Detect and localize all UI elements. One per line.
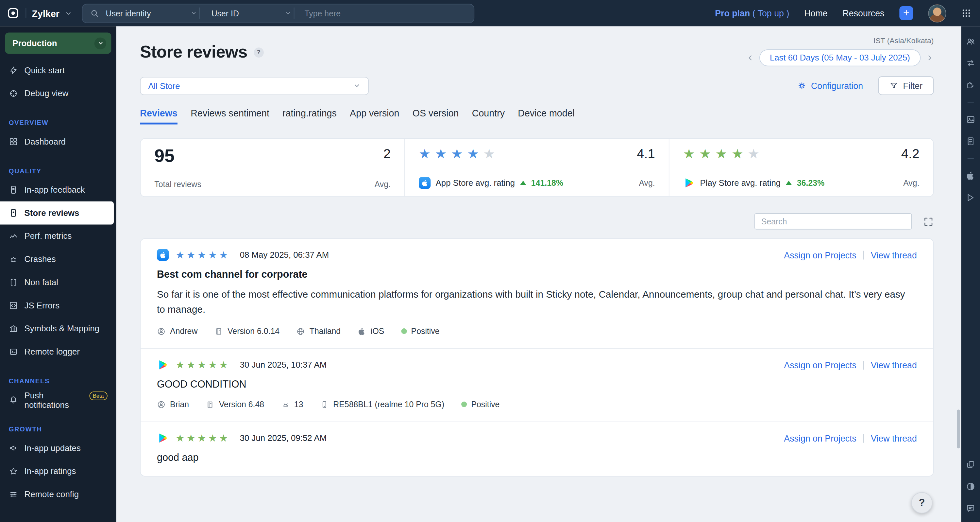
brand-area[interactable]: Zylker xyxy=(6,6,72,20)
resources-link[interactable]: Resources xyxy=(843,8,885,18)
sidebar-item-crashes[interactable]: Crashes xyxy=(0,247,116,271)
review-date: 08 May 2025, 06:37 AM xyxy=(240,250,329,260)
sidebar-item-store-reviews[interactable]: Store reviews xyxy=(0,201,114,225)
sidebar-item-in-app-feedback[interactable]: In-app feedback xyxy=(0,178,116,201)
apptics-logo-icon xyxy=(6,6,20,20)
help-button[interactable]: ? xyxy=(912,492,932,514)
feedback-rail-button[interactable] xyxy=(966,503,976,514)
trend-up-icon xyxy=(786,181,792,185)
configuration-button[interactable]: Configuration xyxy=(797,81,863,91)
data-transfer-rail-button[interactable] xyxy=(966,58,976,69)
store-filter-dropdown[interactable]: All Store xyxy=(140,77,369,94)
assign-on-projects-link[interactable]: Assign on Projects xyxy=(784,433,856,443)
add-button[interactable]: + xyxy=(899,6,913,20)
search-scope-dropdown[interactable]: User identity xyxy=(106,8,197,18)
rail-bottom-group xyxy=(966,460,976,513)
tab-device-model[interactable]: Device model xyxy=(518,108,575,125)
sidebar-item-label: Perf. metrics xyxy=(24,231,72,241)
avg-label: Avg. xyxy=(375,180,391,189)
review-star-rating: ★★★★★ xyxy=(175,250,230,260)
environment-selector[interactable]: Production xyxy=(5,32,111,54)
search-scope-value: User identity xyxy=(106,8,151,18)
trend-up-icon xyxy=(520,181,526,185)
fullscreen-button[interactable] xyxy=(923,216,934,227)
review-row: ★★★★★ 08 May 2025, 06:37 AM Assign on Pr… xyxy=(140,239,933,349)
theme-toggle-rail-button[interactable] xyxy=(966,481,976,492)
sidebar-item-non-fatal[interactable]: Non fatal xyxy=(0,271,116,294)
app-store-icon xyxy=(419,177,431,189)
tab-os-version[interactable]: OS version xyxy=(412,108,459,125)
tab-reviews-sentiment[interactable]: Reviews sentiment xyxy=(191,108,269,125)
sidebar-item-label: Store reviews xyxy=(24,208,80,218)
review-app-version: Version 6.0.14 xyxy=(215,326,280,336)
title-help-icon[interactable]: ? xyxy=(254,47,264,57)
js-errors-icon xyxy=(9,301,18,310)
sidebar-item-symbols-mapping[interactable]: Symbols & Mapping xyxy=(0,317,116,340)
in-app-feedback-icon xyxy=(9,185,18,195)
view-thread-link[interactable]: View thread xyxy=(871,433,917,443)
sidebar: Production Quick start Debug view OVERVI… xyxy=(0,26,116,522)
sidebar-item-in-app-updates[interactable]: In-app updates xyxy=(0,437,116,460)
list-search-row xyxy=(140,213,934,230)
funnel-icon xyxy=(889,81,898,90)
global-search-input[interactable] xyxy=(305,8,442,18)
grid-dots-icon xyxy=(961,8,972,18)
brand-name[interactable]: Zylker xyxy=(32,8,60,19)
sidebar-item-remote-logger[interactable]: Remote logger xyxy=(0,340,116,363)
date-prev-button[interactable] xyxy=(746,54,754,62)
chevron-down-icon xyxy=(353,82,361,89)
tab-rating-ratings[interactable]: rating.ratings xyxy=(282,108,337,125)
view-thread-link[interactable]: View thread xyxy=(871,250,917,260)
global-search[interactable]: User identity User ID xyxy=(82,3,475,23)
sidebar-item-label: JS Errors xyxy=(24,301,60,310)
apps-grid-button[interactable] xyxy=(961,8,972,18)
docs-rail-button[interactable] xyxy=(966,136,976,147)
play-store-rail-button[interactable] xyxy=(966,193,976,203)
divider xyxy=(863,251,864,259)
chevron-right-icon xyxy=(926,54,934,62)
view-thread-link[interactable]: View thread xyxy=(871,360,917,370)
sidebar-item-perf-metrics[interactable]: Perf. metrics xyxy=(0,224,116,247)
configuration-label: Configuration xyxy=(811,81,863,91)
review-star-rating: ★★★★★ xyxy=(175,360,230,370)
review-search-input[interactable] xyxy=(754,213,912,230)
play-store-avg-value: 4.2 xyxy=(901,147,920,160)
sidebar-item-dashboard[interactable]: Dashboard xyxy=(0,130,116,153)
filter-button[interactable]: Filter xyxy=(878,76,934,95)
tab-reviews[interactable]: Reviews xyxy=(140,108,178,125)
device-icon xyxy=(320,400,329,409)
app-store-rail-button[interactable] xyxy=(966,171,976,181)
play-store-icon xyxy=(157,432,169,444)
date-next-button[interactable] xyxy=(926,54,934,62)
media-rail-button[interactable] xyxy=(966,115,976,125)
divider xyxy=(294,8,294,19)
sidebar-item-in-app-ratings[interactable]: In-app ratings xyxy=(0,460,116,483)
assign-on-projects-link[interactable]: Assign on Projects xyxy=(784,360,856,370)
sidebar-section-quality: QUALITY xyxy=(0,167,116,175)
play-store-star-rating: ★★★★★ xyxy=(683,147,764,160)
sidebar-item-push-notifications[interactable]: Push notifications Beta xyxy=(0,388,116,412)
sidebar-item-js-errors[interactable]: JS Errors xyxy=(0,294,116,317)
scrollbar-thumb[interactable] xyxy=(957,409,960,449)
sidebar-item-debug-view[interactable]: Debug view xyxy=(0,82,116,105)
user-avatar[interactable] xyxy=(928,4,946,22)
divider xyxy=(199,8,200,19)
sidebar-item-remote-config[interactable]: Remote config xyxy=(0,483,116,506)
layers-rail-button[interactable] xyxy=(966,460,976,470)
topup-link[interactable]: ( Top up ) xyxy=(752,8,789,18)
home-link[interactable]: Home xyxy=(804,8,827,18)
plan-link[interactable]: Pro plan ( Top up ) xyxy=(715,8,789,18)
non-fatal-icon xyxy=(9,278,18,287)
search-field-dropdown[interactable]: User ID xyxy=(212,8,291,18)
users-icon xyxy=(966,36,976,46)
assign-on-projects-link[interactable]: Assign on Projects xyxy=(784,250,856,260)
date-range-picker[interactable]: Last 60 Days (05 May - 03 July 2025) xyxy=(759,49,921,66)
extensions-rail-button[interactable] xyxy=(966,80,976,90)
sidebar-item-quick-start[interactable]: Quick start xyxy=(0,59,116,82)
tab-app-version[interactable]: App version xyxy=(350,108,399,125)
play-store-change: 36.23% xyxy=(797,178,824,188)
review-title: good aap xyxy=(157,452,917,463)
quick-start-icon xyxy=(9,66,18,75)
tab-country[interactable]: Country xyxy=(472,108,505,125)
users-rail-button[interactable] xyxy=(966,36,976,46)
